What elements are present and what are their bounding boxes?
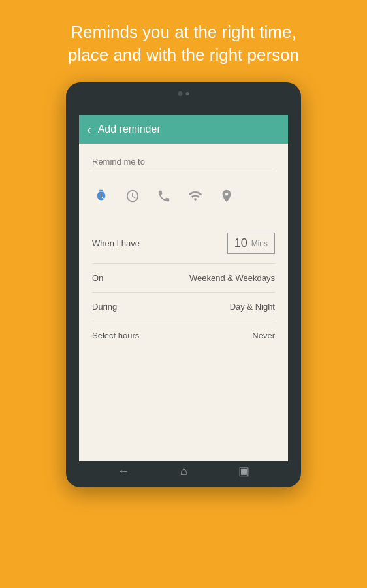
timer-icon[interactable]	[92, 187, 110, 205]
screen-content: When I have 10 Mins On Weekend & Weekday…	[79, 144, 288, 461]
select-hours-label: Select hours	[92, 331, 139, 340]
remind-input[interactable]	[92, 154, 275, 171]
time-unit: Mins	[251, 239, 268, 248]
clock-icon[interactable]	[123, 187, 142, 205]
app-bar: ‹ Add reminder	[79, 115, 288, 144]
select-hours-value: Never	[252, 331, 275, 340]
on-row[interactable]: On Weekend & Weekdays	[92, 264, 275, 293]
wifi-icon[interactable]	[186, 187, 204, 205]
when-label: When I have	[92, 238, 140, 248]
headline: Reminds you at the right time, place and…	[42, 0, 325, 82]
tablet-camera	[178, 91, 189, 96]
app-bar-title: Add reminder	[98, 123, 161, 135]
nav-recents-button[interactable]: ▣	[238, 464, 249, 478]
during-value: Day & Night	[230, 302, 275, 312]
phone-icon[interactable]	[155, 187, 173, 205]
nav-bar: ← ⌂ ▣	[79, 464, 288, 478]
remind-input-section	[92, 154, 275, 171]
location-icon[interactable]	[217, 187, 236, 205]
time-number: 10	[234, 237, 247, 250]
select-hours-row[interactable]: Select hours Never	[92, 321, 275, 350]
during-label: During	[92, 302, 117, 312]
tablet: ‹ Add reminder	[66, 82, 301, 487]
time-value-box[interactable]: 10 Mins	[227, 233, 275, 254]
icon-row	[92, 182, 275, 210]
tablet-screen: ‹ Add reminder	[79, 115, 288, 461]
when-row[interactable]: When I have 10 Mins	[92, 223, 275, 264]
camera-lens	[178, 91, 183, 96]
on-value: Weekend & Weekdays	[189, 273, 275, 283]
back-button[interactable]: ‹	[87, 122, 91, 137]
nav-home-button[interactable]: ⌂	[180, 465, 187, 478]
during-row[interactable]: During Day & Night	[92, 293, 275, 321]
camera-indicator	[186, 92, 189, 95]
nav-back-button[interactable]: ←	[118, 465, 129, 478]
on-label: On	[92, 273, 103, 283]
